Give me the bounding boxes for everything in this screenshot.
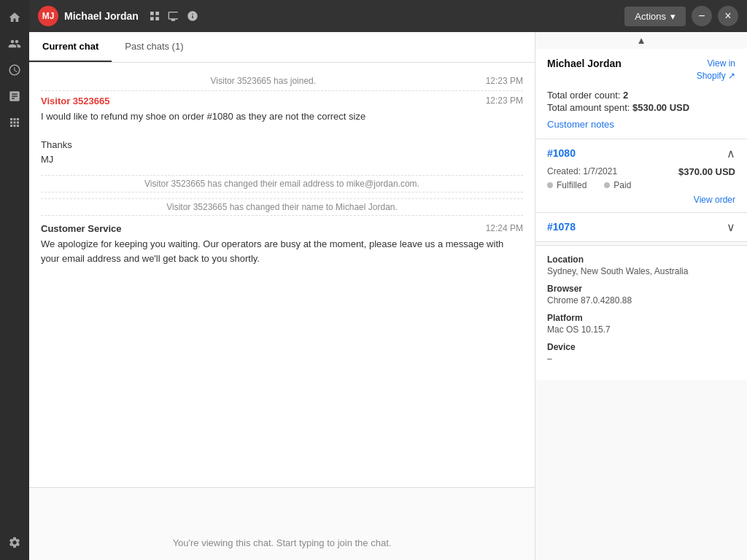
chat-input-area[interactable]: You're viewing this chat. Start typing t… [29, 487, 535, 560]
order-1080-amount: $370.00 USD [678, 166, 735, 177]
collapse-button[interactable]: ▲ [535, 32, 747, 49]
main-wrapper: MJ Michael Jordan Actions ▾ − × [29, 0, 747, 560]
order-1078-chevron-icon: ∨ [727, 220, 735, 234]
total-order-label: Total order count: [547, 90, 620, 101]
sidebar-icon-people[interactable] [3, 32, 26, 55]
topbar-icons [147, 9, 200, 23]
order-1080-status-row: Fulfilled Paid [547, 180, 735, 190]
visitor-message-header: Visitor 3523665 12:23 PM [41, 96, 523, 106]
device-label: Device [547, 342, 735, 352]
chat-tabs: Current chat Past chats (1) [29, 32, 535, 63]
visitor-sender: Visitor 3523665 [41, 96, 109, 106]
chat-panel: Current chat Past chats (1) Visitor 3523… [29, 32, 535, 560]
customer-header: Michael Jordan View inShopify ↗ [547, 58, 735, 82]
right-panel: ▲ Michael Jordan View inShopify ↗ Total … [535, 32, 747, 560]
sidebar-icon-chart[interactable] [3, 85, 26, 108]
sidebar-icon-home[interactable] [3, 6, 26, 29]
agent-message-body: We apologize for keeping you waiting. Ou… [41, 237, 523, 265]
sidebar-icon-apps[interactable] [3, 111, 26, 134]
system-email-text: Visitor 3523665 has changed their email … [144, 179, 419, 189]
order-1080-details: Created: 1/7/2021 $370.00 USD Fulfilled … [547, 166, 735, 205]
sidebar [0, 0, 29, 560]
location-group: Location Sydney, New South Wales, Austra… [547, 254, 735, 276]
agent-time: 12:24 PM [486, 223, 523, 234]
paid-label: Paid [614, 180, 631, 190]
sidebar-icon-clock[interactable] [3, 58, 26, 82]
info-section: Location Sydney, New South Wales, Austra… [535, 245, 747, 380]
topbar-info-icon[interactable] [185, 9, 200, 23]
platform-group: Platform Mac OS 10.15.7 [547, 313, 735, 335]
tab-current-chat[interactable]: Current chat [29, 32, 112, 62]
order-1080-paid-badge: Paid [604, 180, 631, 190]
visitor-message-block: Visitor 3523665 12:23 PM I would like to… [41, 96, 523, 166]
system-notice-email: Visitor 3523665 has changed their email … [41, 175, 523, 192]
visitor-time: 12:23 PM [486, 96, 523, 106]
total-amount: $530.00 USD [632, 102, 689, 113]
avatar-initials: MJ [42, 11, 55, 21]
order-1080-date-amount: Created: 1/7/2021 $370.00 USD [547, 166, 735, 177]
actions-button[interactable]: Actions ▾ [624, 7, 686, 26]
agent-message-header: Customer Service 12:24 PM [41, 223, 523, 234]
close-button[interactable]: × [718, 6, 738, 26]
customer-stats: Total order count: 2 Total amount spent:… [547, 90, 735, 113]
tab-past-chats[interactable]: Past chats (1) [112, 32, 196, 62]
order-1080-section: #1080 ∧ Created: 1/7/2021 $370.00 USD Fu… [535, 139, 747, 213]
device-value: – [547, 354, 735, 364]
system-join-time: 12:23 PM [486, 76, 523, 86]
paid-dot [604, 182, 610, 188]
content-area: Current chat Past chats (1) Visitor 3523… [29, 32, 747, 560]
agent-sender: Customer Service [41, 223, 122, 234]
order-1078-header[interactable]: #1078 ∨ [547, 220, 735, 234]
customer-name: Michael Jordan [547, 58, 622, 69]
browser-group: Browser Chrome 87.0.4280.88 [547, 284, 735, 306]
system-join-message: Visitor 3523665 has joined. 12:23 PM [41, 71, 523, 91]
collapse-chevron-icon: ▲ [636, 35, 646, 46]
order-1080-date: Created: 1/7/2021 [547, 166, 617, 177]
agent-message-block: Customer Service 12:24 PM We apologize f… [41, 223, 523, 265]
order-1080-fulfilled-badge: Fulfilled [547, 180, 587, 190]
visitor-message-body: I would like to refund my shoe on order … [41, 109, 523, 166]
order-1078-number: #1078 [547, 221, 576, 233]
total-order-count: 2 [623, 90, 628, 101]
system-join-text: Visitor 3523665 has joined. [41, 76, 486, 86]
fulfilled-dot [547, 182, 553, 188]
platform-value: Mac OS 10.15.7 [547, 324, 735, 335]
system-name-text: Visitor 3523665 has changed their name t… [166, 202, 398, 212]
location-value: Sydney, New South Wales, Australia [547, 266, 735, 276]
total-amount-label: Total amount spent: [547, 102, 630, 113]
total-amount-row: Total amount spent: $530.00 USD [547, 102, 735, 113]
actions-chevron-icon: ▾ [670, 11, 676, 22]
order-1080-number: #1080 [547, 147, 576, 159]
minimize-button[interactable]: − [692, 6, 712, 26]
platform-label: Platform [547, 313, 735, 323]
order-1080-chevron-icon: ∧ [727, 147, 735, 160]
view-order-link[interactable]: View order [547, 195, 735, 205]
system-notice-name: Visitor 3523665 has changed their name t… [41, 198, 523, 216]
topbar-grid-icon[interactable] [147, 9, 162, 23]
device-group: Device – [547, 342, 735, 364]
view-shopify-link[interactable]: View inShopify ↗ [697, 58, 735, 82]
avatar: MJ [38, 6, 58, 26]
browser-value: Chrome 87.0.4280.88 [547, 295, 735, 306]
chat-input-placeholder: You're viewing this chat. Start typing t… [41, 537, 523, 548]
browser-label: Browser [547, 284, 735, 294]
actions-label: Actions [635, 11, 666, 22]
chat-messages: Visitor 3523665 has joined. 12:23 PM Vis… [29, 63, 535, 487]
location-label: Location [547, 254, 735, 265]
topbar: MJ Michael Jordan Actions ▾ − × [29, 0, 747, 32]
total-order-count-row: Total order count: 2 [547, 90, 735, 101]
order-1080-header[interactable]: #1080 ∧ [547, 147, 735, 160]
customer-notes-link[interactable]: Customer notes [547, 119, 614, 130]
fulfilled-label: Fulfilled [557, 180, 587, 190]
sidebar-icon-settings[interactable] [3, 531, 26, 554]
topbar-monitor-icon[interactable] [166, 9, 181, 23]
order-1078-section: #1078 ∨ [535, 213, 747, 242]
customer-name-topbar: Michael Jordan [64, 10, 139, 22]
customer-info-section: Michael Jordan View inShopify ↗ Total or… [535, 49, 747, 139]
